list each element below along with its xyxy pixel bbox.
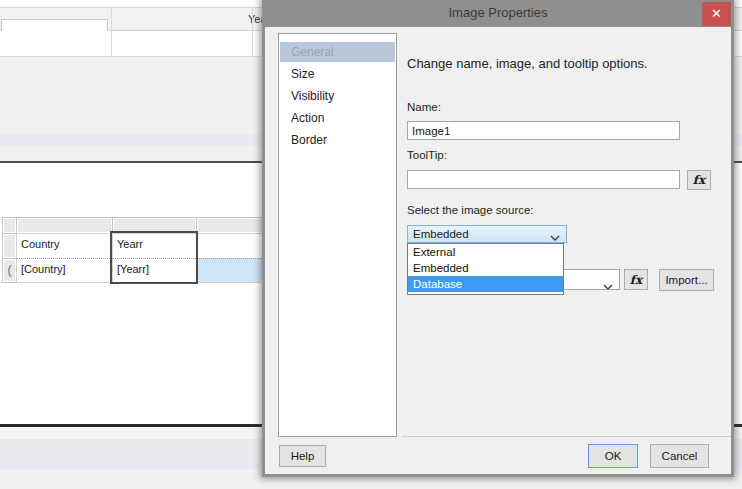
tablix-cell-country-data[interactable]: [Country] [16,258,112,283]
dialog-tab-list: General Size Visibility Action Border [278,33,397,437]
tablix-column-handle[interactable] [17,218,112,233]
image-source-option-list: External Embedded Database [407,243,564,295]
help-button[interactable]: Help [279,445,326,467]
tablix-cell-selected-data[interactable] [196,258,270,283]
grid-vline [252,8,253,57]
import-button[interactable]: Import... [659,269,714,291]
tablix-cell-yearr-data[interactable]: [Yearr] [112,258,196,283]
tab-general[interactable]: General [280,42,395,62]
footer-separator [402,436,731,437]
image-fx-button[interactable]: fx [624,269,648,290]
cancel-button[interactable]: Cancel [650,444,709,468]
chevron-down-icon [603,277,613,295]
tab-size[interactable]: Size [280,64,395,84]
option-embedded[interactable]: Embedded [408,260,563,276]
tablix-column-handle[interactable] [197,218,269,233]
grid-vline [111,8,112,57]
tooltip-input[interactable] [407,170,680,189]
screen: Year ( Country Yearr [Country] [Yearr] I… [0,0,742,489]
image-source-label: Select the image source: [407,204,534,216]
tablix-cell-yearr-header[interactable]: Yearr [112,233,196,259]
dialog-body: General Size Visibility Action Border Ch… [265,27,731,474]
name-label: Name: [407,101,441,113]
tooltip-fx-button[interactable]: fx [687,170,711,190]
dialog-title: Image Properties [262,0,734,27]
image-source-selected-value: Embedded [413,228,469,240]
option-database[interactable]: Database [408,276,563,292]
image-properties-dialog: Image Properties ✕ General Size Visibili… [262,0,734,477]
name-input[interactable] [407,121,680,140]
tablix-detail-row-handle[interactable]: ( [3,259,16,282]
tablix-cell-empty-header[interactable] [196,233,270,259]
tablix-column-handle[interactable] [113,218,196,233]
tablix-cell-country-header[interactable]: Country [16,233,112,259]
tab-action[interactable]: Action [280,108,395,128]
tab-visibility[interactable]: Visibility [280,86,395,106]
dialog-description: Change name, image, and tooltip options. [407,56,648,71]
option-external[interactable]: External [408,244,563,260]
tablix-row-handle[interactable] [3,234,16,258]
tab-border[interactable]: Border [280,130,395,150]
image-source-dropdown[interactable]: Embedded [407,225,567,243]
tooltip-label: ToolTip: [407,149,447,161]
tablix-corner-handle[interactable] [3,218,16,233]
close-icon[interactable]: ✕ [702,2,731,26]
ok-button[interactable]: OK [588,444,638,468]
